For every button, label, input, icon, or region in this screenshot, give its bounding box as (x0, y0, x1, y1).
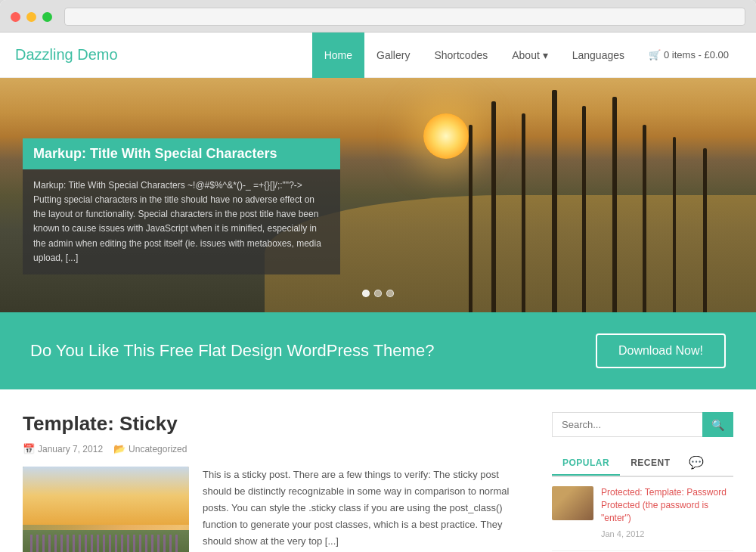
sidebar-post-title-1[interactable]: Protected: Template: Password Protected … (601, 486, 733, 524)
nav-item-cart[interactable]: 🛒 0 items - £0.00 (637, 49, 741, 60)
tree-6 (612, 97, 617, 312)
sidebar-post-1: Protected: Template: Password Protected … (552, 486, 733, 551)
nav-link-languages[interactable]: Languages (560, 33, 637, 78)
tree-4 (552, 90, 557, 313)
browser-chrome (0, 0, 756, 33)
hero-sun (423, 113, 469, 159)
tree-9 (703, 148, 707, 312)
nav-item-about[interactable]: About ▾ (500, 33, 559, 78)
posts-column: Template: Sticky 📅 January 7, 2012 📂 Unc… (23, 412, 529, 552)
tab-recent[interactable]: RECENT (620, 451, 680, 476)
slider-dot-1[interactable] (362, 290, 370, 297)
search-button[interactable]: 🔍 (702, 412, 733, 437)
close-dot[interactable] (11, 12, 20, 22)
post-category-meta: 📂 Uncategorized (113, 443, 187, 454)
tree-5 (582, 106, 586, 312)
cart-label[interactable]: 🛒 0 items - £0.00 (637, 49, 741, 60)
sidebar-post-info-1: Protected: Template: Password Protected … (601, 486, 733, 540)
site-wrapper: Dazzling Demo Home Gallery Shortcodes Ab… (0, 33, 756, 552)
tab-popular[interactable]: POPULAR (552, 451, 620, 476)
slider-dot-3[interactable] (386, 290, 394, 297)
nav-item-languages[interactable]: Languages (560, 33, 637, 78)
main-content: Template: Sticky 📅 January 7, 2012 📂 Unc… (0, 389, 756, 552)
nav-link-gallery[interactable]: Gallery (364, 33, 422, 78)
post-category: Uncategorized (129, 444, 187, 454)
post-thumbnail (23, 467, 189, 552)
nav-item-shortcodes[interactable]: Shortcodes (422, 33, 500, 78)
cta-text: Do You Like This Free Flat Design WordPr… (30, 341, 434, 361)
maximize-dot[interactable] (42, 12, 52, 22)
calendar-icon: 📅 (23, 443, 35, 454)
navbar-nav: Home Gallery Shortcodes About ▾ Language… (312, 33, 741, 78)
hero-description: Markup: Title With Special Characters ~!… (33, 178, 330, 265)
nav-link-home[interactable]: Home (312, 33, 364, 78)
tree-2 (491, 101, 496, 312)
navbar: Dazzling Demo Home Gallery Shortcodes Ab… (0, 33, 756, 78)
post-title: Template: Sticky (23, 412, 529, 436)
cta-banner: Do You Like This Free Flat Design WordPr… (0, 312, 756, 389)
sidebar-tabs: POPULAR RECENT 💬 (552, 449, 733, 477)
nav-link-about[interactable]: About ▾ (500, 33, 559, 78)
sidebar: 🔍 POPULAR RECENT 💬 Protected: Template: … (552, 412, 733, 552)
slider-dot-2[interactable] (374, 290, 382, 297)
post-meta: 📅 January 7, 2012 📂 Uncategorized (23, 443, 529, 454)
post-date-meta: 📅 January 7, 2012 (23, 443, 103, 454)
post-excerpt-text: This is a sticky post. There are a few t… (203, 467, 529, 550)
download-now-button[interactable]: Download Now! (596, 333, 726, 368)
nav-item-home[interactable]: Home (312, 33, 364, 78)
post-body: This is a sticky post. There are a few t… (23, 467, 529, 552)
hero-title-box: Markup: Title With Special Characters (23, 138, 340, 169)
post-excerpt: This is a sticky post. There are a few t… (203, 467, 529, 552)
post-date: January 7, 2012 (38, 444, 103, 454)
comments-tab-icon[interactable]: 💬 (681, 449, 711, 476)
hero-desc-box: Markup: Title With Special Characters ~!… (23, 169, 340, 274)
search-input[interactable] (552, 412, 702, 437)
search-box: 🔍 (552, 412, 733, 437)
sidebar-post-date-1: Jan 4, 2012 (601, 529, 645, 538)
thumb-sky (23, 467, 189, 525)
sidebar-thumb-img-1 (552, 486, 593, 520)
tree-3 (522, 113, 525, 313)
tree-8 (673, 137, 676, 313)
nav-item-gallery[interactable]: Gallery (364, 33, 422, 78)
hero-slider: Markup: Title With Special Characters Ma… (0, 78, 756, 312)
address-bar[interactable] (64, 8, 745, 26)
sidebar-post-thumb-1 (552, 486, 593, 520)
hero-title: Markup: Title With Special Characters (33, 146, 330, 162)
tree-7 (643, 125, 646, 312)
hero-overlay: Markup: Title With Special Characters Ma… (23, 138, 340, 274)
minimize-dot[interactable] (26, 12, 36, 22)
nav-link-shortcodes[interactable]: Shortcodes (422, 33, 500, 78)
navbar-brand[interactable]: Dazzling Demo (15, 46, 312, 64)
slider-dots (362, 290, 394, 297)
tree-1 (469, 125, 472, 312)
thumb-flowers (30, 535, 181, 552)
folder-icon: 📂 (113, 443, 125, 454)
browser-window: Dazzling Demo Home Gallery Shortcodes Ab… (0, 0, 756, 552)
